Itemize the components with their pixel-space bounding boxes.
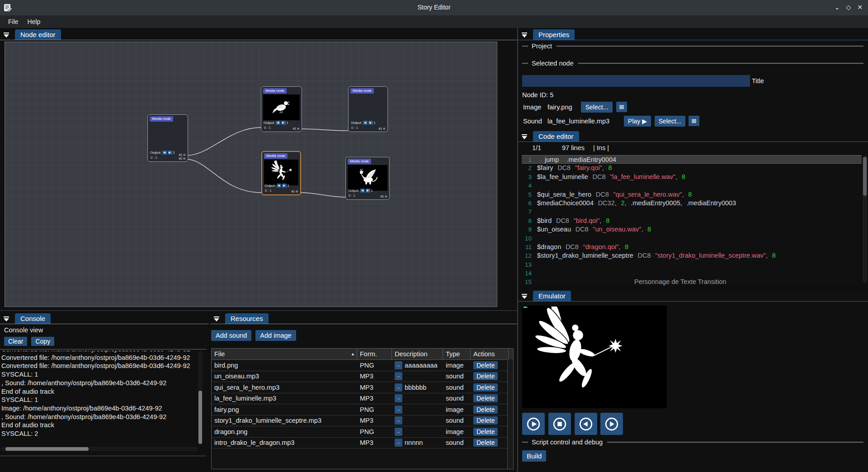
tab-resources[interactable]: Resources <box>225 313 269 324</box>
tab-code-editor[interactable]: Code editor <box>533 131 579 142</box>
console-vertical-scrollbar[interactable] <box>198 351 203 445</box>
edit-description-button[interactable]: .. <box>395 361 402 369</box>
build-button[interactable]: Build <box>522 450 546 462</box>
code-line[interactable]: 15Personnage de Texte Transition <box>518 278 862 286</box>
media-node[interactable]: Media nodeOutput:◀▶10 : 1#1 ⊖ <box>261 86 302 132</box>
code-line[interactable]: 7 <box>518 208 862 216</box>
console-horizontal-scrollbar[interactable] <box>1 447 198 451</box>
output-pin[interactable]: #1 ⊖ <box>378 127 386 131</box>
add-sound-button[interactable]: Add sound <box>211 330 251 341</box>
edit-description-button[interactable]: .. <box>395 416 402 425</box>
node-graph-canvas[interactable]: Media nodeOutput:◀▶20 : 1#1 ⊖#2 ⊖Media n… <box>5 42 497 307</box>
close-button[interactable]: ✕ <box>857 3 863 12</box>
resources-scrollbar-track[interactable] <box>507 359 513 469</box>
code-editor-scrollbar[interactable] <box>863 156 867 283</box>
code-line[interactable]: 14 <box>518 269 862 278</box>
edit-description-button[interactable]: .. <box>395 428 402 436</box>
image-clear-button[interactable]: ⊠ <box>616 102 627 112</box>
delete-button[interactable]: Delete <box>473 439 498 447</box>
media-node[interactable]: Media nodeOutput:◀▶10 : 1#1 ⊖ <box>345 157 390 200</box>
title-input[interactable] <box>522 75 750 87</box>
image-select-button[interactable]: Select... <box>581 102 613 113</box>
output-prev-button[interactable]: ◀ <box>360 189 365 193</box>
clear-button[interactable]: Clear <box>4 337 27 346</box>
table-row[interactable]: qui_sera_le_hero.mp3MP3..bbbbbbsoundDele… <box>212 382 513 393</box>
code-line[interactable]: 10 <box>518 234 862 243</box>
delete-button[interactable]: Delete <box>473 406 498 414</box>
edit-description-button[interactable]: .. <box>395 383 402 392</box>
collapse-icon[interactable] <box>4 33 9 38</box>
copy-button[interactable]: Copy <box>31 337 54 346</box>
code-line[interactable]: 13 <box>518 260 862 269</box>
delete-button[interactable]: Delete <box>473 372 498 380</box>
console-log[interactable]: Convertered file: /home/anthony/ostproj/… <box>1 351 198 445</box>
collapse-icon[interactable] <box>522 33 527 38</box>
tab-node-editor[interactable]: Node editor <box>15 29 61 40</box>
output-next-button[interactable]: ▶ <box>366 189 370 193</box>
delete-button[interactable]: Delete <box>473 428 498 436</box>
code-line[interactable]: 11$dragon·DC8·"dragon.qoi",·8 <box>518 243 862 251</box>
step-back-button[interactable] <box>575 413 597 435</box>
table-row[interactable]: un_oiseau.mp3MP3..soundDelete <box>212 371 513 382</box>
delete-button[interactable]: Delete <box>473 394 498 402</box>
menu-file[interactable]: File <box>4 17 23 27</box>
sound-play-button[interactable]: Play ▶ <box>624 116 651 127</box>
column-header-file[interactable]: File▲ <box>212 349 357 359</box>
delete-button[interactable]: Delete <box>473 361 498 369</box>
output-prev-button[interactable]: ◀ <box>276 121 280 125</box>
output-next-button[interactable]: ▶ <box>368 121 373 125</box>
tab-properties[interactable]: Properties <box>533 29 575 40</box>
output-pin[interactable]: #1 ⊖ <box>291 190 298 194</box>
output-next-button[interactable]: ▶ <box>281 121 286 125</box>
edit-description-button[interactable]: .. <box>395 406 402 414</box>
code-line[interactable]: 8$bird·DC8·"bird.qoi",·8 <box>518 217 862 225</box>
output-pin[interactable]: #1 ⊖ <box>179 153 186 157</box>
delete-button[interactable]: Delete <box>473 383 498 392</box>
code-line[interactable]: 4 <box>518 181 862 190</box>
collapse-icon[interactable] <box>522 294 527 299</box>
column-header-actions[interactable]: Actions <box>471 349 509 359</box>
column-header-description[interactable]: Description <box>392 349 443 359</box>
code-line[interactable]: 5$qui_sera_le_hero·DC8·"qui_sera_le_hero… <box>518 190 862 199</box>
table-row[interactable]: dragon.pngPNG..imageDelete <box>212 426 513 438</box>
table-row[interactable]: intro_drako_le_dragon.mp3MP3..nnnnnsound… <box>212 438 513 449</box>
table-row[interactable]: la_fee_luminelle.mp3MP3..soundDelete <box>212 393 513 405</box>
column-header-form[interactable]: Form. <box>357 349 392 359</box>
output-pin[interactable]: #2 ⊖ <box>179 157 186 160</box>
table-row[interactable]: fairy.pngPNG..imageDelete <box>212 404 513 415</box>
code-line[interactable]: 3$la_fee_luminelle·DC8·"la_fee_luminelle… <box>518 173 862 181</box>
collapse-icon[interactable] <box>214 316 219 321</box>
code-line[interactable]: 2$fairy·DC8·"fairy.qoi",·8 <box>518 164 862 172</box>
edit-description-button[interactable]: .. <box>395 439 402 447</box>
output-next-button[interactable]: ▶ <box>282 184 287 188</box>
output-prev-button[interactable]: ◀ <box>363 121 368 125</box>
output-prev-button[interactable]: ◀ <box>162 151 167 155</box>
column-header-type[interactable]: Type <box>443 349 471 359</box>
table-row[interactable]: story1_drako_luminelle_sceptre.mp3MP3..s… <box>212 415 513 427</box>
tab-emulator[interactable]: Emulator <box>533 291 571 301</box>
output-pin[interactable]: #1 ⊖ <box>292 127 300 131</box>
code-line[interactable]: 9$un_oiseau·DC8·"un_oiseau.wav",·8 <box>518 225 862 234</box>
delete-button[interactable]: Delete <box>473 416 498 425</box>
code-line[interactable]: 12$story1_drako_luminelle_sceptre·DC8·"s… <box>518 251 862 260</box>
edit-description-button[interactable]: .. <box>395 394 402 402</box>
code-text-area[interactable]: 1→jump···.mediaEntry00042$fairy·DC8·"fai… <box>518 155 862 286</box>
collapse-icon[interactable] <box>4 316 9 321</box>
collapse-icon[interactable] <box>522 134 527 139</box>
menu-help[interactable]: Help <box>23 17 45 27</box>
maximize-button[interactable]: ◇ <box>846 3 851 12</box>
play-button[interactable] <box>522 413 545 435</box>
step-forward-button[interactable] <box>600 413 623 435</box>
media-node-selected[interactable]: Media nodeOutput:◀▶10 : 1#1 ⊖ <box>261 151 301 195</box>
tab-console[interactable]: Console <box>15 313 51 324</box>
output-pin[interactable]: #1 ⊖ <box>380 195 387 198</box>
output-next-button[interactable]: ▶ <box>168 151 172 155</box>
minimize-button[interactable]: ⌄ <box>835 3 840 12</box>
media-node[interactable]: Media nodeOutput:◀▶20 : 1#1 ⊖#2 ⊖ <box>147 114 188 162</box>
output-prev-button[interactable]: ◀ <box>277 184 281 188</box>
code-line[interactable]: 6$mediaChoice0004·DC32,·2,·.mediaEntry00… <box>518 199 862 208</box>
media-node[interactable]: Media nodeOutput:◀▶10 : 1#1 ⊖ <box>348 86 388 132</box>
code-line[interactable]: 1→jump···.mediaEntry0004 <box>522 155 862 164</box>
sound-select-button[interactable]: Select... <box>655 116 685 127</box>
edit-description-button[interactable]: .. <box>395 372 402 380</box>
